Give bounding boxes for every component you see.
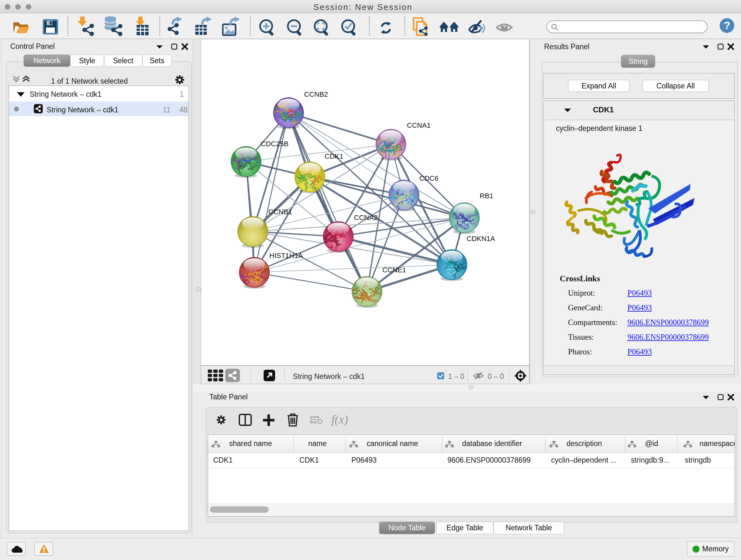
- svg-text:CCNA1: CCNA1: [407, 121, 431, 129]
- svg-text:RB1: RB1: [480, 192, 493, 200]
- svg-text:CCNB1: CCNB1: [268, 208, 292, 216]
- svg-text:HIST1H1A: HIST1H1A: [269, 252, 303, 260]
- svg-text:CCNE1: CCNE1: [382, 266, 406, 274]
- svg-text:CDC25B: CDC25B: [261, 140, 288, 148]
- svg-text:?: ?: [724, 19, 730, 31]
- svg-text:CDC6: CDC6: [419, 174, 439, 182]
- svg-text:CDK1: CDK1: [325, 152, 343, 160]
- svg-text:CDKN1A: CDKN1A: [467, 235, 495, 243]
- svg-text:CCNA2: CCNA2: [354, 213, 378, 222]
- svg-text:CCNB2: CCNB2: [304, 90, 328, 98]
